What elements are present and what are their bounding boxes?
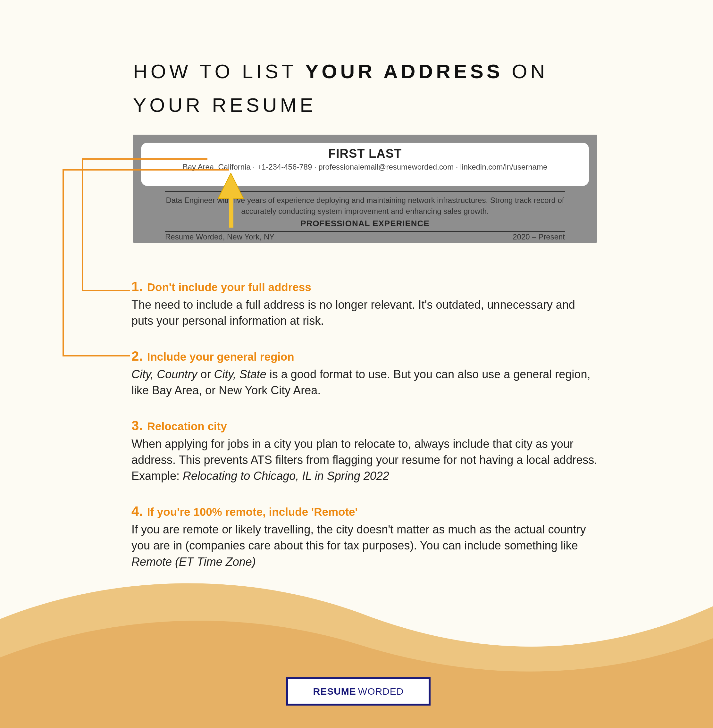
tip-body: City, Country or City, State is a good f… xyxy=(131,366,600,399)
title-bold: YOUR ADDRESS xyxy=(305,60,503,82)
tip-title: Include your general region xyxy=(147,351,294,363)
title-part1: HOW TO LIST xyxy=(133,60,305,82)
pointer-line xyxy=(63,169,64,357)
tip-heading: 4. If you're 100% remote, include 'Remot… xyxy=(131,504,600,519)
tip-number: 3. xyxy=(131,418,143,433)
pointer-line xyxy=(82,158,207,160)
arrow-up-icon xyxy=(218,173,244,199)
logo-worded: WORDED xyxy=(358,686,404,697)
tip-number: 2. xyxy=(131,348,143,364)
arrow-stem xyxy=(229,197,233,228)
tip-text: or xyxy=(197,368,214,381)
tip-heading: 2. Include your general region xyxy=(131,348,600,364)
tip-italic: Relocating to Chicago, IL in Spring 2022 xyxy=(183,469,389,482)
tip-italic: City, Country xyxy=(131,368,197,381)
tip-1: 1. Don't include your full address The n… xyxy=(131,279,600,329)
logo-resume: RESUME xyxy=(313,686,356,697)
pointer-line xyxy=(82,290,130,291)
tip-3: 3. Relocation city When applying for job… xyxy=(131,418,600,484)
resume-job-row: Resume Worded, New York, NY 2020 – Prese… xyxy=(165,233,565,242)
resume-name: FIRST LAST xyxy=(141,147,589,161)
tip-body: The need to include a full address is no… xyxy=(131,297,600,329)
tip-heading: 3. Relocation city xyxy=(131,418,600,433)
resume-header-card: FIRST LAST Bay Area, California · +1-234… xyxy=(141,143,589,186)
tip-text: If you are remote or likely travelling, … xyxy=(131,523,586,552)
tip-italic: City, State xyxy=(214,368,266,381)
tip-title: Don't include your full address xyxy=(147,281,311,293)
tip-number: 4. xyxy=(131,504,143,519)
tip-body: When applying for jobs in a city you pla… xyxy=(131,436,600,484)
page-title: HOW TO LIST YOUR ADDRESS ON YOUR RESUME xyxy=(133,55,582,122)
pointer-line xyxy=(63,355,130,357)
tip-heading: 1. Don't include your full address xyxy=(131,279,600,294)
svg-marker-0 xyxy=(218,173,244,199)
pointer-line xyxy=(82,158,83,291)
resume-snippet: FIRST LAST Bay Area, California · +1-234… xyxy=(133,135,597,243)
resume-worded-logo: RESUME WORDED xyxy=(286,677,431,706)
resume-job-dates: 2020 – Present xyxy=(513,233,565,242)
tip-2: 2. Include your general region City, Cou… xyxy=(131,348,600,399)
resume-experience-heading-wrap: PROFESSIONAL EXPERIENCE xyxy=(165,219,565,232)
tip-title: If you're 100% remote, include 'Remote' xyxy=(147,506,358,518)
resume-experience-heading: PROFESSIONAL EXPERIENCE xyxy=(165,219,565,232)
pointer-line xyxy=(63,169,229,170)
tip-title: Relocation city xyxy=(147,420,227,433)
tip-number: 1. xyxy=(131,279,143,294)
resume-job-company: Resume Worded, New York, NY xyxy=(165,233,274,242)
tips-list: 1. Don't include your full address The n… xyxy=(131,279,600,589)
tip-4: 4. If you're 100% remote, include 'Remot… xyxy=(131,504,600,570)
